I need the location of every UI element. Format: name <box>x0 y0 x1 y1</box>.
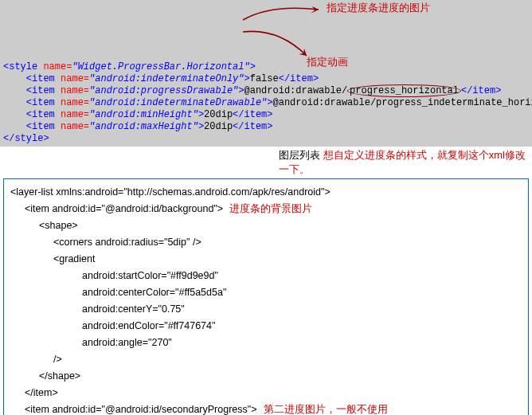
xml-line: android:startColor="#ff9d9e9d" <box>10 268 522 284</box>
style-attr-val: "Widget.ProgressBar.Horizontal" <box>72 61 249 72</box>
xml-line: <item android:id="@android:id/secondaryP… <box>25 404 257 415</box>
arrow-1-icon <box>239 0 334 24</box>
xml-line: <gradient <box>10 251 522 268</box>
annotation-animation: 指定动画 <box>307 56 348 68</box>
xml-line: android:angle="270" <box>10 335 522 351</box>
item4-val: 20dip <box>204 121 233 132</box>
progress-horizontal-circled: progress_horizontal <box>347 84 461 97</box>
xml-line: <layer-list xmlns:android="http://schema… <box>10 184 522 201</box>
xml-line: </shape> <box>10 368 522 385</box>
style-xml-block: 指定进度条进度的图片 指定动画 <style name="Widget.Prog… <box>0 0 532 147</box>
caption-black: 图层列表 <box>279 149 320 161</box>
xml-comment-bg: 进度条的背景图片 <box>229 203 312 214</box>
item1-name: "android:progressDrawable" <box>89 85 238 96</box>
item0-name: "android:indeterminateOnly" <box>89 73 244 84</box>
xml-line: android:centerY="0.75" <box>10 301 522 318</box>
item0-val: false <box>250 73 279 84</box>
xml-line: android:centerColor="#ff5a5d5a" <box>10 284 522 301</box>
item3-val: 20dip <box>204 109 233 120</box>
style-close-tag: </style> <box>3 133 49 144</box>
annotation-progress-image: 指定进度条进度的图片 <box>327 2 430 14</box>
xml-line: <item android:id="@android:id/background… <box>25 203 223 214</box>
xml-line: android:endColor="#ff747674" <box>10 318 522 335</box>
item3-name: "android:minHeight" <box>89 109 198 120</box>
item-open: <item <box>26 73 61 84</box>
style-open-close: > <box>250 61 256 72</box>
item2-val: @android:drawable/progress_indeterminate… <box>273 97 533 108</box>
xml-line: /> <box>10 351 522 368</box>
xml-line: </item> <box>10 385 522 401</box>
item4-name: "android:maxHeight" <box>89 121 198 132</box>
xml-comment-secondary: 第二进度图片，一般不使用 <box>264 404 388 415</box>
style-attr-name: name= <box>43 61 72 72</box>
style-open-bracket: <style <box>3 61 43 72</box>
layer-list-xml-block: <layer-list xmlns:android="http://schema… <box>3 178 529 415</box>
layer-list-caption: 图层列表 想自定义进度条的样式，就复制这个xml修改一下。 <box>0 147 532 178</box>
item2-name: "android:indeterminateDrawable" <box>89 97 267 108</box>
xml-line: <corners android:radius="5dip" /> <box>10 234 522 251</box>
xml-line: <shape> <box>10 217 522 234</box>
